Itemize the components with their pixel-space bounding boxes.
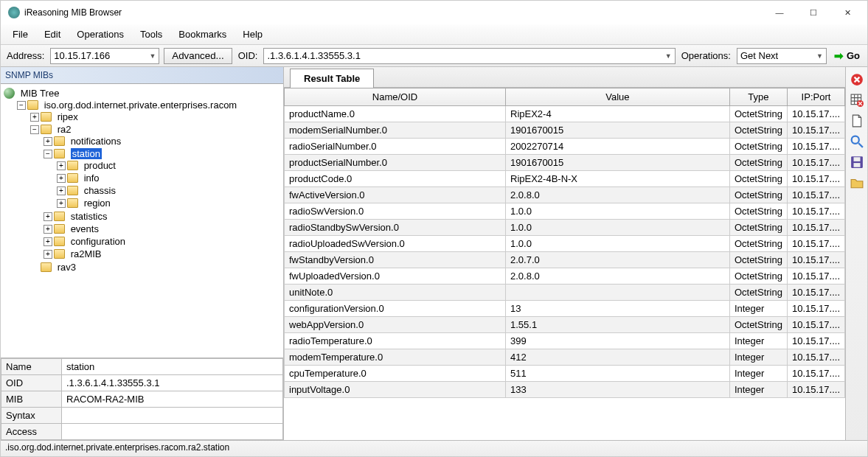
cell-name: fwActiveVersion.0 [285, 187, 506, 203]
table-delete-icon[interactable] [850, 94, 864, 107]
cell-type: OctetString [729, 122, 787, 139]
col-header-name[interactable]: Name/OID [285, 88, 506, 106]
maximize-button[interactable]: ☐ [796, 1, 830, 24]
result-scroll-area[interactable]: Name/OID Value Type IP:Port productName.… [284, 88, 845, 440]
cell-type: Integer [729, 301, 787, 317]
col-header-ipport[interactable]: IP:Port [787, 88, 844, 106]
expand-icon[interactable]: + [44, 250, 52, 259]
minimize-button[interactable]: — [763, 1, 796, 24]
table-row[interactable]: fwStandbyVersion.02.0.7.0OctetString10.1… [285, 252, 845, 268]
menu-operations[interactable]: Operations [69, 26, 131, 43]
folder-icon [54, 224, 65, 234]
expand-icon[interactable]: + [44, 237, 52, 246]
table-row[interactable]: productSerialNumber.01901670015OctetStri… [285, 155, 845, 171]
collapse-icon[interactable]: − [17, 101, 26, 110]
save-icon[interactable] [850, 156, 864, 169]
new-document-icon[interactable] [850, 114, 864, 128]
table-row[interactable]: webAppVersion.01.55.1OctetString10.15.17… [285, 317, 845, 333]
cell-value: 511 [506, 366, 730, 382]
cell-type: OctetString [729, 285, 787, 301]
col-header-value[interactable]: Value [506, 88, 730, 106]
col-header-type[interactable]: Type [729, 88, 787, 106]
tree-node-product[interactable]: + product [57, 160, 282, 171]
window-title: iReasoning MIB Browser [24, 7, 763, 18]
tree-node-station[interactable]: − station [44, 148, 282, 159]
tab-result-table[interactable]: Result Table [290, 69, 374, 88]
tree-node-info[interactable]: + info [57, 172, 282, 184]
right-pane: Result Table Name/OID Value Type IP:Port… [284, 67, 867, 440]
tree-node-configuration[interactable]: + configuration [44, 236, 282, 247]
oid-combo[interactable]: .1.3.6.1.4.1.33555.3.1 ▼ [263, 48, 675, 64]
expand-icon[interactable]: + [44, 137, 52, 146]
collapse-icon[interactable]: − [44, 150, 52, 158]
expand-icon[interactable]: + [44, 212, 52, 221]
cell-ip: 10.15.17.... [787, 333, 844, 349]
expand-icon[interactable]: + [57, 161, 66, 170]
close-button[interactable]: ✕ [830, 1, 864, 24]
table-row[interactable]: modemTemperature.0412Integer10.15.17.... [285, 349, 845, 366]
expand-icon[interactable]: + [57, 174, 66, 183]
table-row[interactable]: radioSwVersion.01.0.0OctetString10.15.17… [285, 203, 845, 220]
cell-name: webAppVersion.0 [285, 317, 506, 333]
advanced-button[interactable]: Advanced... [164, 48, 232, 64]
cell-name: cpuTemperature.0 [285, 366, 506, 382]
tree-node-region[interactable]: + region [57, 198, 282, 209]
table-row[interactable]: radioStandbySwVersion.01.0.0OctetString1… [285, 220, 845, 236]
table-row[interactable]: cpuTemperature.0511Integer10.15.17.... [285, 366, 845, 382]
cell-value: 13 [506, 301, 730, 317]
detail-syntax-value [62, 408, 283, 424]
cell-ip: 10.15.17.... [787, 268, 844, 285]
oid-value: .1.3.6.1.4.1.33555.3.1 [267, 50, 361, 61]
tree-node-rav3[interactable]: rav3 [30, 262, 282, 273]
menu-edit[interactable]: Edit [37, 26, 68, 43]
table-row[interactable]: fwUploadedVersion.02.0.8.0OctetString10.… [285, 268, 845, 285]
table-row[interactable]: productCode.0RipEX2-4B-N-XOctetString10.… [285, 171, 845, 187]
cell-type: OctetString [729, 155, 787, 171]
tree-node-racom[interactable]: − iso.org.dod.internet.private.enterpris… [17, 100, 282, 111]
operations-combo[interactable]: Get Next ▼ [737, 48, 827, 64]
table-row[interactable]: radioSerialNumber.02002270714OctetString… [285, 139, 845, 155]
cell-value: 133 [506, 382, 730, 398]
expand-icon[interactable]: + [30, 113, 39, 122]
cell-name: configurationVersion.0 [285, 301, 506, 317]
tree-node-ra2mib[interactable]: + ra2MIB [44, 248, 282, 259]
cell-name: modemTemperature.0 [285, 349, 506, 366]
menu-bookmarks[interactable]: Bookmarks [171, 26, 234, 43]
folder-icon [41, 112, 52, 122]
table-row[interactable]: inputVoltage.0133Integer10.15.17.... [285, 382, 845, 398]
table-row[interactable]: modemSerialNumber.01901670015OctetString… [285, 122, 845, 139]
cell-ip: 10.15.17.... [787, 317, 844, 333]
tree-node-chassis[interactable]: + chassis [57, 185, 282, 196]
cell-value: 1901670015 [506, 155, 730, 171]
menu-file[interactable]: File [5, 26, 35, 43]
table-row[interactable]: radioTemperature.0399Integer10.15.17.... [285, 333, 845, 349]
delete-icon[interactable] [850, 73, 864, 86]
mib-tree[interactable]: MIB Tree − iso.org.dod.internet.private.… [1, 84, 283, 358]
mibs-pane-header: SNMP MIBs [1, 67, 283, 84]
tree-node-ra2[interactable]: − ra2 [30, 124, 282, 135]
table-row[interactable]: productName.0RipEX2-4OctetString10.15.17… [285, 106, 845, 122]
collapse-icon[interactable]: − [30, 125, 39, 134]
address-combo[interactable]: 10.15.17.166 ▼ [50, 48, 159, 64]
table-row[interactable]: fwActiveVersion.02.0.8.0OctetString10.15… [285, 187, 845, 203]
app-icon [8, 7, 20, 18]
tree-node-notifications[interactable]: + notifications [44, 136, 282, 147]
table-row[interactable]: radioUploadedSwVersion.01.0.0OctetString… [285, 236, 845, 252]
expand-icon[interactable]: + [44, 225, 52, 234]
expand-icon[interactable]: + [57, 186, 66, 195]
menu-help[interactable]: Help [235, 26, 270, 43]
search-icon[interactable] [850, 135, 864, 148]
tree-node-statistics[interactable]: + statistics [44, 211, 282, 222]
table-row[interactable]: configurationVersion.013Integer10.15.17.… [285, 301, 845, 317]
tree-node-events[interactable]: + events [44, 223, 282, 234]
go-button[interactable]: ➡ Go [831, 49, 863, 63]
cell-ip: 10.15.17.... [787, 155, 844, 171]
open-folder-icon[interactable] [850, 176, 864, 189]
tree-node-ripex[interactable]: + ripex [30, 111, 282, 122]
menu-tools[interactable]: Tools [133, 26, 170, 43]
expand-icon[interactable]: + [57, 199, 66, 208]
cell-value: 2.0.8.0 [506, 268, 730, 285]
left-pane: SNMP MIBs MIB Tree − iso.org.dod.interne… [1, 67, 284, 440]
table-row[interactable]: unitNote.0OctetString10.15.17.... [285, 285, 845, 301]
tree-root[interactable]: MIB Tree [4, 88, 282, 99]
